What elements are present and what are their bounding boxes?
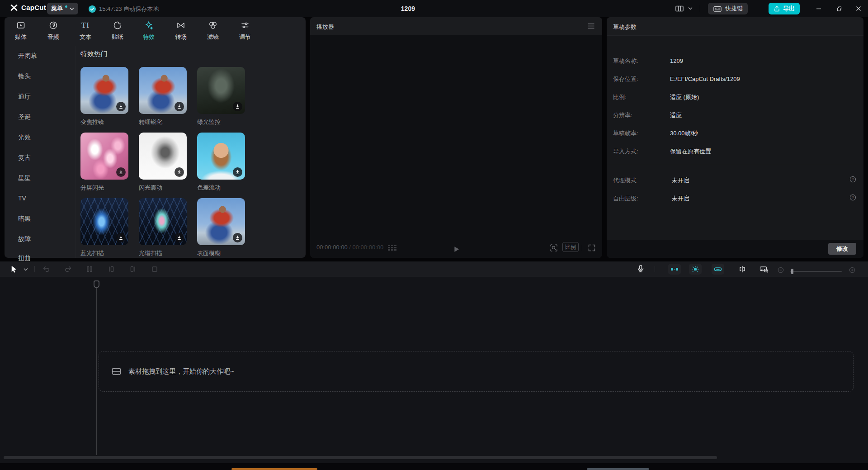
restore-button[interactable] <box>833 4 845 14</box>
tab-transition[interactable]: 转场 <box>168 21 193 41</box>
keyboard-icon <box>713 5 722 13</box>
effect-thumbnail[interactable] <box>197 133 245 180</box>
effect-card[interactable]: 闪光震动 <box>139 133 187 192</box>
effect-card[interactable]: 表面模糊 <box>197 198 245 257</box>
undo-button[interactable] <box>42 266 50 273</box>
close-button[interactable] <box>853 4 864 14</box>
timeline-fit-button[interactable] <box>760 266 769 273</box>
field-label: 导入方式: <box>613 147 670 156</box>
tab-adjust[interactable]: 调节 <box>232 21 258 41</box>
fullscreen-icon[interactable] <box>588 244 596 252</box>
info-icon[interactable]: ? <box>849 176 856 183</box>
category-item[interactable]: 光效 <box>18 133 72 142</box>
effect-thumbnail[interactable] <box>139 198 187 245</box>
tab-audio[interactable]: 音频 <box>41 21 66 41</box>
draft-header-divider <box>607 35 863 36</box>
capcut-window: CapCut 菜单 15:47:23 自动保存本地 1209 快 <box>0 0 868 470</box>
tab-sticker[interactable]: 贴纸 <box>105 21 130 41</box>
effect-card[interactable]: 色差流动 <box>197 133 245 192</box>
category-item[interactable]: 镜头 <box>18 72 72 81</box>
aspect-ratio-button[interactable]: 比例 <box>562 242 579 252</box>
main-track-magnet-toggle[interactable] <box>668 264 681 275</box>
category-item[interactable]: 迪厅 <box>18 93 72 101</box>
effect-thumbnail[interactable] <box>80 67 128 114</box>
effect-thumbnail[interactable] <box>80 133 128 180</box>
frame-preview-icon[interactable] <box>388 245 396 251</box>
download-icon[interactable] <box>116 167 126 177</box>
download-icon[interactable] <box>233 167 242 177</box>
export-button[interactable]: 导出 <box>769 3 800 14</box>
redo-button[interactable] <box>64 266 72 273</box>
modify-button[interactable]: 修改 <box>828 243 856 255</box>
effect-thumbnail[interactable] <box>197 198 245 245</box>
category-item[interactable]: 故障 <box>18 235 72 243</box>
layout-switch-icon[interactable] <box>675 5 684 13</box>
cursor-tool-chevron-icon[interactable] <box>24 268 28 271</box>
timeline-zoom-slider-handle[interactable] <box>791 269 793 274</box>
effect-card[interactable]: 光谱扫描 <box>139 198 187 257</box>
delete-clip-button[interactable] <box>151 266 158 273</box>
timeline-zoom-slider[interactable] <box>790 271 842 272</box>
play-button[interactable] <box>452 245 460 253</box>
preview-axis-button[interactable] <box>739 266 746 273</box>
download-icon[interactable] <box>175 102 184 111</box>
playhead-handle[interactable] <box>94 280 99 288</box>
info-icon[interactable]: ? <box>849 194 856 201</box>
timeline-horizontal-scrollbar[interactable] <box>4 456 717 459</box>
auto-snap-toggle[interactable] <box>689 264 702 275</box>
effect-thumbnail[interactable] <box>139 67 187 114</box>
effect-card[interactable]: 变焦推镜 <box>80 67 128 126</box>
shortcuts-button[interactable]: 快捷键 <box>708 3 748 14</box>
category-item[interactable]: 开闭幕 <box>18 52 72 60</box>
sticker-icon <box>113 21 122 30</box>
timeline-tracks-area[interactable]: 素材拖拽到这里，开始你的大作吧~ <box>0 277 868 470</box>
split-clip-button[interactable] <box>86 266 93 273</box>
draft-toggle-row: 自由层级: 未开启 ? <box>613 195 857 203</box>
download-icon[interactable] <box>233 233 242 242</box>
effect-thumbnail[interactable] <box>197 67 245 114</box>
category-item[interactable]: 暗黑 <box>18 215 72 223</box>
linkage-toggle[interactable] <box>712 264 724 275</box>
timeline-zoom-in-icon[interactable] <box>849 267 855 273</box>
field-value: 30.00帧/秒 <box>670 130 698 137</box>
effect-card[interactable]: 蓝光扫描 <box>80 198 128 257</box>
transition-icon <box>176 21 185 30</box>
draft-field-row: 分辨率:适应 <box>613 111 857 119</box>
minimize-button[interactable] <box>813 4 825 14</box>
effect-card[interactable]: 绿光监控 <box>197 67 245 126</box>
player-controls-divider <box>582 245 582 251</box>
category-item[interactable]: 星星 <box>18 174 72 182</box>
effect-thumbnail[interactable] <box>80 198 128 245</box>
download-icon[interactable] <box>175 167 184 177</box>
tab-text[interactable]: TI 文本 <box>73 21 98 41</box>
download-icon[interactable] <box>175 233 184 242</box>
select-cursor-tool[interactable] <box>10 265 18 273</box>
download-icon[interactable] <box>116 102 126 111</box>
media-drop-zone[interactable]: 素材拖拽到这里，开始你的大作吧~ <box>99 351 854 392</box>
effect-card[interactable]: 分屏闪光 <box>80 133 128 192</box>
timeline-zoom-out-icon[interactable] <box>778 267 784 273</box>
layout-chevron-down-icon[interactable] <box>688 7 693 10</box>
record-voiceover-icon[interactable] <box>637 265 645 273</box>
draft-field-row: 草稿名称:1209 <box>613 57 857 65</box>
category-item[interactable]: 复古 <box>18 154 72 162</box>
export-label: 导出 <box>783 5 795 13</box>
trim-left-button[interactable] <box>108 266 115 273</box>
category-item[interactable]: TV <box>18 195 72 202</box>
trim-right-button[interactable] <box>129 266 137 273</box>
svg-text:?: ? <box>852 177 854 181</box>
toggle-value: 未开启 <box>672 195 689 202</box>
draft-footer-bar: 修改 <box>607 240 863 258</box>
download-icon[interactable] <box>116 233 126 242</box>
effect-thumbnail[interactable] <box>139 133 187 180</box>
player-menu-icon[interactable] <box>587 23 595 29</box>
tab-filter[interactable]: 滤镜 <box>200 21 226 41</box>
field-label: 比例: <box>613 93 670 101</box>
tab-media[interactable]: 媒体 <box>8 21 33 41</box>
category-item[interactable]: 圣诞 <box>18 113 72 121</box>
menu-button[interactable]: 菜单 <box>47 3 78 14</box>
download-icon[interactable] <box>233 102 242 111</box>
tab-effects[interactable]: 特效 <box>136 21 161 41</box>
preview-zoom-icon[interactable] <box>550 244 558 252</box>
effect-card[interactable]: 精细锐化 <box>139 67 187 126</box>
